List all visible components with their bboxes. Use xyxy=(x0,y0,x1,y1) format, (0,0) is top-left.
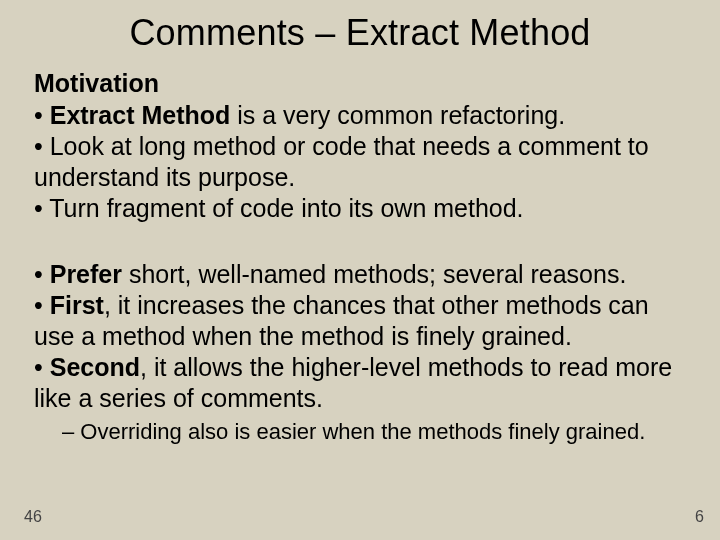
bullet-5-pre: • xyxy=(34,291,50,319)
page-number-left: 46 xyxy=(24,508,42,526)
bullet-1-post: is a very common refactoring. xyxy=(230,101,565,129)
bullet-5: • First, it increases the chances that o… xyxy=(34,290,686,351)
spacer xyxy=(34,224,686,258)
bullet-6: • Second, it allows the higher-level met… xyxy=(34,352,686,413)
bullet-6-bold: Second xyxy=(50,353,140,381)
bullet-2: • Look at long method or code that needs… xyxy=(34,131,686,192)
bullet-4-bold: Prefer xyxy=(50,260,122,288)
bullet-1-bold: Extract Method xyxy=(50,101,231,129)
bullet-1: • Extract Method is a very common refact… xyxy=(34,100,686,131)
bullet-4: • Prefer short, well-named methods; seve… xyxy=(34,259,686,290)
page-number-right: 6 xyxy=(695,508,704,526)
bullet-3: • Turn fragment of code into its own met… xyxy=(34,193,686,224)
bullet-4-pre: • xyxy=(34,260,50,288)
sub-bullet-1: – Overriding also is easier when the met… xyxy=(62,419,686,446)
slide-title: Comments – Extract Method xyxy=(34,12,686,54)
slide: Comments – Extract Method Motivation • E… xyxy=(0,0,720,540)
bullet-5-bold: First xyxy=(50,291,104,319)
bullet-5-post: , it increases the chances that other me… xyxy=(34,291,649,350)
bullet-1-pre: • xyxy=(34,101,50,129)
slide-body: Motivation • Extract Method is a very co… xyxy=(34,68,686,446)
bullet-6-pre: • xyxy=(34,353,50,381)
bullet-4-post: short, well-named methods; several reaso… xyxy=(122,260,626,288)
motivation-heading: Motivation xyxy=(34,68,686,99)
